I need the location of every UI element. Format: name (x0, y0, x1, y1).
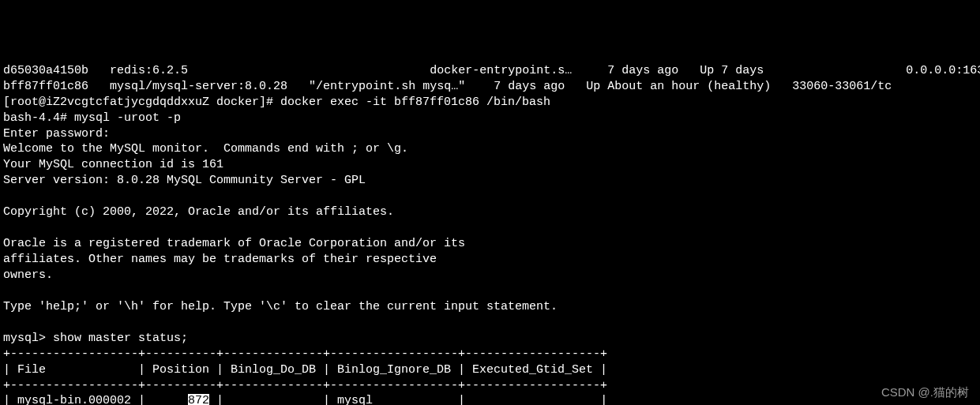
docker-ps-row1-created: 7 days ago (607, 64, 678, 77)
docker-ps-row1-cmd: docker-entrypoint.s… (430, 64, 572, 77)
table-border-mid: +------------------+----------+---------… (3, 379, 607, 392)
prompt-mysql: mysql> (3, 332, 53, 345)
docker-ps-row2-cmd: "/entrypoint.sh mysq…" (309, 80, 465, 93)
cmd-docker-exec: docker exec -it bff87ff01c86 /bin/bash (280, 96, 550, 109)
trademark-line1: Oracle is a registered trademark of Orac… (3, 237, 465, 250)
terminal[interactable]: d65030a4150b redis:6.2.5 docker-entrypoi… (0, 63, 980, 405)
docker-ps-row2-image: mysql/mysql-server:8.0.28 (110, 80, 287, 93)
copyright-line: Copyright (c) 2000, 2022, Oracle and/or … (3, 205, 394, 219)
table-border-top: +------------------+----------+---------… (3, 347, 607, 361)
welcome-line1: Welcome to the MySQL monitor. Commands e… (3, 142, 408, 156)
docker-ps-row2-status: Up About an hour (healthy) (586, 80, 771, 93)
table-data-row-p1: | mysql-bin.000002 | (3, 394, 188, 405)
table-data-row-p2: | | mysql | | (209, 394, 607, 405)
welcome-line3: Server version: 8.0.28 MySQL Community S… (3, 174, 366, 187)
docker-ps-row2-id: bff87ff01c86 (3, 80, 88, 93)
docker-ps-row1-image: redis:6.2.5 (110, 64, 188, 77)
docker-ps-row1-id: d65030a4150b (3, 64, 88, 77)
trademark-line3: owners. (3, 268, 53, 282)
trademark-line2: affiliates. Other names may be trademark… (3, 253, 437, 266)
cmd-mysql: mysql -uroot -p (74, 111, 181, 125)
prompt-root: [root@iZ2vcgtcfatjycgdqddxxuZ docker]# (3, 96, 280, 109)
table-header-row: | File | Position | Binlog_Do_DB | Binlo… (3, 363, 607, 377)
table-position-highlight: 872 (188, 394, 209, 405)
docker-ps-row1-ports: 0.0.0.0:16379- (906, 64, 980, 77)
docker-ps-row2-created: 7 days ago (494, 80, 565, 93)
watermark: CSDN @.猫的树 (881, 384, 969, 400)
prompt-bash: bash-4.4# (3, 111, 74, 125)
help-line: Type 'help;' or '\h' for help. Type '\c'… (3, 300, 558, 313)
cmd-show-master: show master status; (53, 332, 188, 345)
enter-password: Enter password: (3, 127, 110, 141)
docker-ps-row1-status: Up 7 days (700, 64, 764, 77)
welcome-line2: Your MySQL connection id is 161 (3, 158, 223, 171)
docker-ps-row2-ports: 33060-33061/tc (792, 80, 892, 93)
